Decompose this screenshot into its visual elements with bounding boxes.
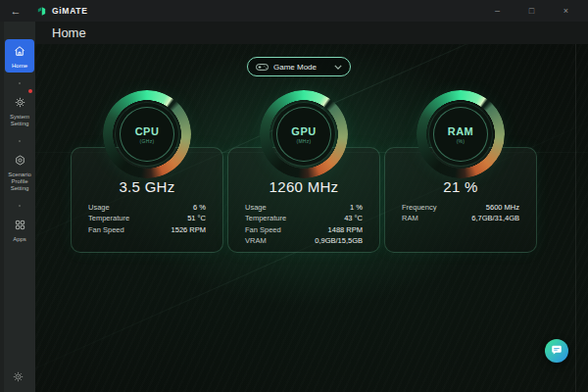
scrollbar-track[interactable] — [575, 44, 576, 392]
stat-value: 6,7GB/31,4GB — [471, 213, 519, 223]
app-window: ← GiMATE – □ × Home System Sett — [0, 0, 588, 392]
page-header: Home — [35, 22, 588, 44]
ram-value: 21 % — [385, 178, 536, 195]
sidebar-separator-dot — [19, 140, 21, 142]
gamepad-icon — [256, 58, 269, 75]
gpu-value: 1260 MHz — [228, 178, 379, 195]
cpu-gauge: CPU (GHz) — [103, 90, 191, 178]
stat-label: Fan Speed — [88, 224, 124, 235]
stat-rows: Usage6 %Temperature51 °CFan Speed1526 RP… — [88, 202, 206, 235]
stat-label: Frequency — [402, 202, 436, 213]
stat-label: VRAM — [245, 235, 267, 246]
home-icon — [14, 43, 25, 61]
main-content: Home Game Mode 3.5 GH — [35, 22, 588, 392]
stat-value: 1526 RPM — [172, 224, 206, 235]
stat-label: RAM — [402, 213, 418, 223]
stat-row: RAM6,7GB/31,4GB — [402, 213, 519, 223]
gauge-unit: (MHz) — [296, 138, 311, 144]
stat-value: 1488 RPM — [328, 224, 363, 235]
stat-label: Fan Speed — [245, 224, 281, 235]
gimate-logo-icon — [36, 6, 47, 17]
gpu-gauge: GPU (MHz) — [260, 90, 348, 178]
gauge-label: GPU (MHz) — [276, 107, 331, 162]
close-button[interactable]: × — [549, 0, 583, 22]
mode-selector-dropdown[interactable]: Game Mode — [247, 57, 351, 76]
stat-rows: Usage1 %Temperature43 °CFan Speed1488 RP… — [245, 202, 363, 247]
scenario-gear-icon — [15, 152, 25, 170]
stat-row: Fan Speed1526 RPM — [88, 224, 206, 235]
dashboard: Game Mode 3.5 GHz Usage6 %Temperature51 … — [35, 44, 588, 392]
stat-row: Temperature51 °C — [88, 213, 206, 223]
mode-selector-label: Game Mode — [273, 63, 317, 72]
sidebar-item-system-setting[interactable]: System Setting — [5, 90, 34, 130]
chat-fab-button[interactable] — [545, 339, 568, 363]
stat-label: Usage — [88, 202, 110, 213]
stat-value: 51 °C — [187, 213, 206, 223]
sidebar-separator-dot — [19, 205, 21, 207]
sidebar-item-scenario-profile-setting[interactable]: Scenario Profile Setting — [5, 148, 34, 195]
notification-badge — [28, 89, 32, 93]
ram-gauge: RAM (%) — [416, 90, 505, 178]
sidebar-item-label: System Setting — [5, 114, 34, 127]
chat-bubble-icon — [551, 342, 563, 360]
page-title: Home — [52, 25, 86, 40]
stat-row: VRAM0,9GB/15,5GB — [245, 235, 363, 246]
stat-row: Frequency5600 MHz — [402, 202, 519, 213]
gauge-name: GPU — [291, 125, 316, 137]
stat-row: Temperature43 °C — [245, 213, 363, 223]
sidebar-item-label: Scenario Profile Setting — [5, 172, 34, 192]
chevron-down-icon — [334, 65, 342, 70]
sidebar-item-apps[interactable]: Apps — [5, 213, 34, 246]
stat-value: 43 °C — [344, 213, 363, 223]
stat-row: Usage6 % — [88, 202, 206, 213]
titlebar: ← GiMATE – □ × — [0, 0, 588, 22]
stat-value: 6 % — [193, 202, 206, 213]
sidebar-item-label: Home — [5, 63, 34, 70]
maximize-button[interactable]: □ — [514, 0, 549, 22]
gauge-label: CPU (GHz) — [120, 107, 174, 162]
cpu-value: 3.5 GHz — [72, 178, 222, 195]
sidebar: Home System Setting Scenario Profile Set… — [0, 22, 35, 392]
stat-value: 0,9GB/15,5GB — [315, 235, 363, 246]
settings-gear-icon — [13, 368, 24, 386]
stat-label: Temperature — [245, 213, 286, 223]
app-title: GiMATE — [52, 6, 88, 16]
stat-value: 5600 MHz — [486, 202, 519, 213]
gear-icon — [15, 94, 25, 112]
stat-row: Usage1 % — [245, 202, 363, 213]
stat-rows: Frequency5600 MHzRAM6,7GB/31,4GB — [402, 202, 519, 224]
sidebar-item-home[interactable]: Home — [5, 39, 34, 73]
sidebar-separator-dot — [19, 82, 21, 84]
sidebar-settings-button[interactable] — [0, 368, 35, 386]
back-button[interactable]: ← — [0, 0, 31, 22]
minimize-button[interactable]: – — [480, 0, 514, 22]
gauge-label: RAM (%) — [433, 107, 488, 162]
gauge-unit: (%) — [457, 138, 466, 144]
gauge-name: CPU — [135, 125, 160, 137]
stat-row: Fan Speed1488 RPM — [245, 224, 363, 235]
sidebar-item-label: Apps — [5, 236, 34, 243]
app-body: Home System Setting Scenario Profile Set… — [0, 22, 588, 392]
gauge-name: RAM — [448, 125, 474, 137]
apps-grid-icon — [15, 217, 25, 234]
stat-label: Temperature — [88, 213, 129, 223]
stat-label: Usage — [245, 202, 267, 213]
gauge-unit: (GHz) — [140, 138, 155, 144]
stat-value: 1 % — [350, 202, 363, 213]
